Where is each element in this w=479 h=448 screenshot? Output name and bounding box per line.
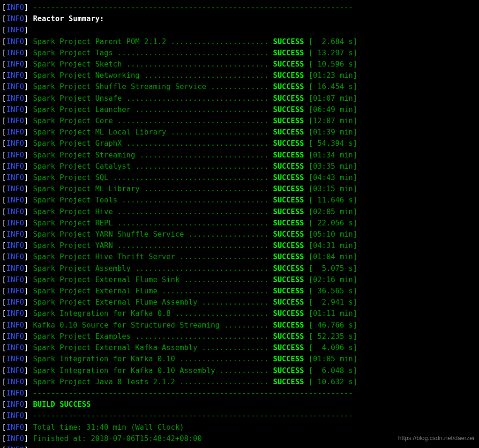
maven-build-log: [INFO] ---------------------------------…: [0, 0, 479, 448]
